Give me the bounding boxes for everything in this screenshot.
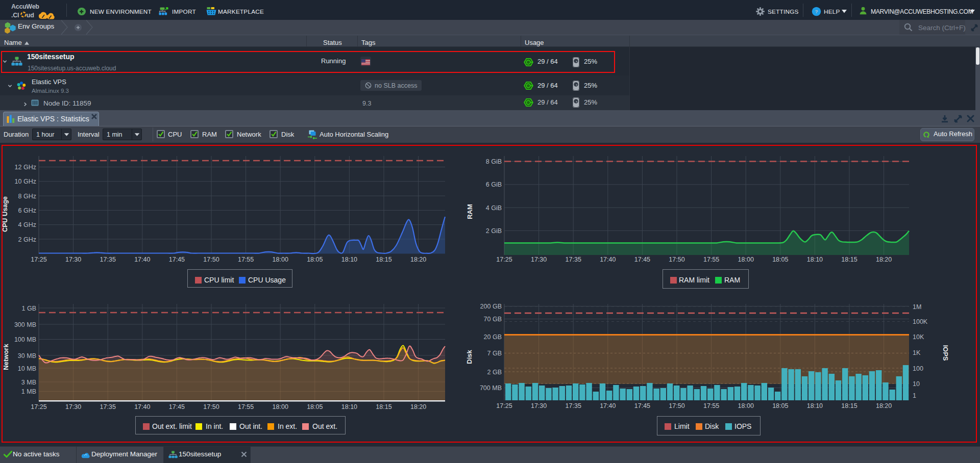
svg-text:100 MB: 100 MB	[14, 336, 36, 343]
svg-text:200 GB: 200 GB	[480, 303, 502, 310]
svg-text:17:50: 17:50	[669, 402, 684, 409]
svg-text:100K: 100K	[913, 318, 928, 325]
svg-text:17:40: 17:40	[134, 256, 150, 263]
svg-text:18:00: 18:00	[273, 256, 288, 263]
svg-text:18:20: 18:20	[410, 403, 426, 410]
svg-text:17:40: 17:40	[134, 403, 150, 410]
svg-text:17:45: 17:45	[634, 402, 650, 409]
svg-text:18:10: 18:10	[341, 256, 357, 263]
svg-text:17:25: 17:25	[496, 256, 512, 263]
svg-text:2 GiB: 2 GiB	[486, 227, 502, 235]
svg-text:1M: 1M	[913, 303, 921, 311]
svg-text:18:00: 18:00	[738, 402, 754, 409]
svg-text:6 GHz: 6 GHz	[18, 207, 36, 214]
svg-text:Network: Network	[2, 344, 10, 370]
svg-text:17:30: 17:30	[531, 402, 547, 409]
svg-text:8 GHz: 8 GHz	[18, 193, 36, 200]
svg-text:1K: 1K	[913, 349, 921, 356]
svg-text:18:10: 18:10	[807, 256, 823, 263]
svg-text:18:20: 18:20	[876, 256, 892, 263]
svg-text:CPU Usage: CPU Usage	[1, 196, 9, 232]
svg-text:17:35: 17:35	[566, 256, 581, 263]
svg-text:18:15: 18:15	[841, 256, 857, 263]
svg-text:17:30: 17:30	[531, 256, 547, 263]
svg-text:18:20: 18:20	[876, 402, 892, 409]
svg-text:18:10: 18:10	[807, 402, 823, 409]
svg-text:18:15: 18:15	[376, 256, 391, 263]
svg-text:17:30: 17:30	[65, 403, 81, 410]
svg-text:17:45: 17:45	[169, 403, 185, 410]
svg-text:2 GHz: 2 GHz	[18, 236, 36, 243]
svg-text:4 GHz: 4 GHz	[18, 221, 36, 228]
svg-text:17:30: 17:30	[65, 256, 81, 263]
svg-text:3 MB: 3 MB	[21, 379, 36, 386]
svg-text:17:35: 17:35	[100, 403, 116, 410]
svg-text:1 MB: 1 MB	[21, 388, 36, 395]
svg-text:Disk: Disk	[465, 350, 473, 364]
svg-text:IOPS: IOPS	[942, 345, 949, 361]
svg-text:17:45: 17:45	[634, 256, 650, 263]
svg-text:17:55: 17:55	[703, 256, 719, 263]
svg-text:4 GiB: 4 GiB	[486, 204, 502, 212]
svg-text:18:15: 18:15	[376, 403, 391, 410]
svg-text:300 MB: 300 MB	[14, 321, 36, 328]
svg-text:10: 10	[913, 380, 920, 388]
svg-text:17:40: 17:40	[600, 402, 616, 409]
svg-text:30 MB: 30 MB	[18, 352, 36, 359]
svg-text:100: 100	[913, 365, 923, 372]
svg-text:1 GB: 1 GB	[22, 305, 37, 312]
svg-text:10 GHz: 10 GHz	[15, 178, 36, 185]
svg-text:17:55: 17:55	[703, 402, 719, 409]
svg-text:17:25: 17:25	[31, 403, 46, 410]
svg-text:18:20: 18:20	[410, 256, 426, 263]
svg-text:17:25: 17:25	[31, 256, 46, 263]
svg-text:70 GB: 70 GB	[484, 316, 502, 323]
svg-text:18:00: 18:00	[738, 256, 754, 263]
svg-text:17:50: 17:50	[203, 403, 219, 410]
svg-text:6 GiB: 6 GiB	[486, 181, 502, 188]
svg-text:10K: 10K	[913, 333, 924, 341]
svg-text:7 GB: 7 GB	[487, 350, 502, 357]
svg-text:18:05: 18:05	[307, 256, 323, 263]
svg-text:20 GB: 20 GB	[484, 333, 502, 341]
svg-text:17:45: 17:45	[169, 256, 185, 263]
svg-text:17:40: 17:40	[600, 256, 616, 263]
svg-text:17:50: 17:50	[203, 256, 219, 263]
svg-text:18:15: 18:15	[841, 402, 857, 409]
svg-text:2 GB: 2 GB	[487, 369, 502, 376]
svg-text:18:10: 18:10	[341, 403, 357, 410]
svg-text:RAM: RAM	[466, 204, 474, 219]
svg-text:18:05: 18:05	[307, 403, 323, 410]
svg-text:1: 1	[913, 392, 916, 399]
svg-text:17:35: 17:35	[100, 256, 116, 263]
svg-text:17:55: 17:55	[238, 403, 254, 410]
svg-text:18:05: 18:05	[772, 402, 788, 409]
svg-text:17:35: 17:35	[566, 402, 581, 409]
svg-text:8 GiB: 8 GiB	[486, 158, 502, 165]
svg-text:700 MB: 700 MB	[480, 384, 502, 392]
svg-text:17:55: 17:55	[238, 256, 254, 263]
svg-text:18:00: 18:00	[273, 403, 288, 410]
svg-text:17:50: 17:50	[669, 256, 684, 263]
svg-text:10 MB: 10 MB	[18, 365, 36, 372]
svg-text:12 GHz: 12 GHz	[15, 164, 36, 171]
svg-text:18:05: 18:05	[772, 256, 788, 263]
svg-text:17:25: 17:25	[496, 402, 512, 409]
